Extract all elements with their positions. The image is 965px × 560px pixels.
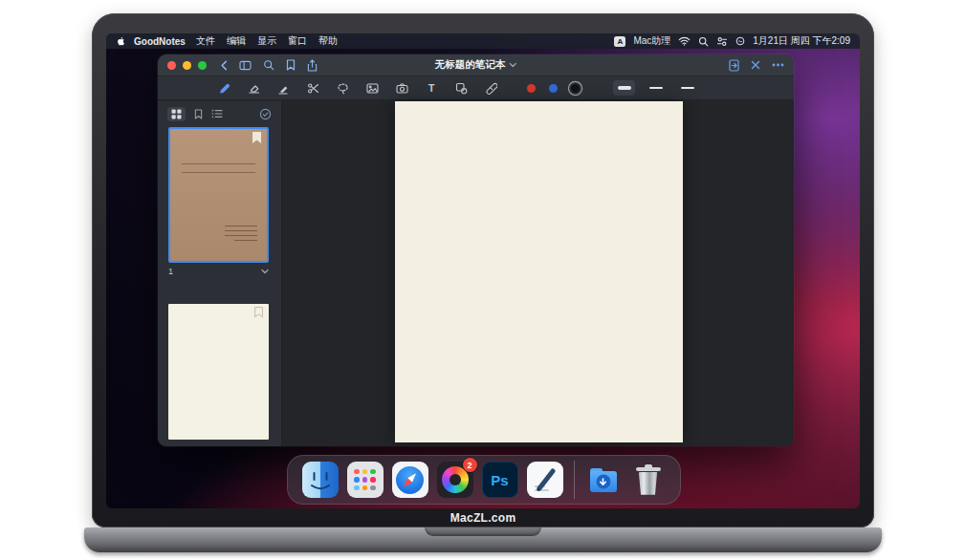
share-icon[interactable] [307, 59, 318, 72]
tools-toolbar: T [158, 76, 794, 100]
page-number: 1 [168, 267, 173, 276]
new-page-icon[interactable] [729, 59, 739, 72]
dock-divider [574, 461, 575, 499]
menu-file[interactable]: 文件 [190, 34, 221, 48]
goodnotes-window: 无标题的笔记本 [158, 54, 794, 446]
finder-dock-icon[interactable] [302, 462, 339, 498]
traffic-lights [167, 61, 207, 70]
back-icon[interactable] [220, 60, 228, 71]
bookmarks-view-icon[interactable] [194, 109, 203, 119]
pages-sidebar: 1 [158, 101, 282, 446]
download-arrow-icon [596, 475, 610, 489]
page-thumbnail-2[interactable] [168, 304, 269, 440]
color-blue-swatch[interactable] [549, 84, 558, 93]
stroke-thin-option[interactable] [676, 80, 698, 96]
page-thumbnail-1[interactable] [168, 127, 269, 263]
goodnotes-dock-icon[interactable] [527, 462, 563, 498]
lasso-tool[interactable] [336, 82, 349, 95]
notification-badge: 2 [463, 458, 477, 472]
menu-edit[interactable]: 编辑 [221, 34, 252, 48]
bookmark-icon[interactable] [286, 59, 296, 71]
compass-icon [396, 466, 424, 494]
search-icon[interactable] [263, 59, 274, 71]
pen-color-swatches [527, 84, 580, 93]
camera-tool[interactable] [395, 82, 408, 95]
photoshop-dock-icon[interactable]: Ps [482, 462, 518, 498]
screen-wallpaper: GoodNotes 文件 编辑 显示 窗口 帮助 A Mac助理 [106, 33, 860, 508]
close-window-button[interactable] [167, 61, 176, 70]
canvas-area [282, 101, 794, 446]
laptop-hinge-notch [425, 528, 541, 536]
stroke-medium-option[interactable] [645, 80, 667, 96]
stroke-thick-option[interactable] [613, 80, 635, 96]
siri-icon[interactable] [735, 36, 745, 46]
highlighter-tool[interactable] [276, 82, 290, 95]
more-icon[interactable] [772, 63, 784, 67]
apple-logo[interactable] [116, 35, 126, 47]
menu-bar: GoodNotes 文件 编辑 显示 窗口 帮助 A Mac助理 [106, 33, 860, 49]
menu-help[interactable]: 帮助 [313, 34, 343, 48]
bookmark-outline-icon [254, 307, 263, 318]
text-tool[interactable]: T [425, 83, 438, 94]
notebook-page[interactable] [395, 101, 683, 442]
menu-view[interactable]: 显示 [252, 34, 282, 48]
eraser-tool[interactable] [247, 82, 260, 95]
shapes-tool[interactable] [454, 82, 468, 95]
menu-bar-clock[interactable]: 1月21日 周四 下午2:09 [753, 34, 850, 48]
wifi-icon[interactable] [678, 36, 691, 46]
photos-dock-icon[interactable]: 2 [437, 462, 473, 498]
downloads-folder-dock-icon[interactable] [585, 462, 622, 498]
view-options-icon[interactable] [239, 60, 252, 71]
minimize-window-button[interactable] [183, 61, 191, 70]
stroke-width-options [613, 80, 698, 96]
tape-tool[interactable] [484, 82, 497, 95]
window-titlebar: 无标题的笔记本 [158, 54, 794, 76]
pen-tool[interactable] [217, 82, 230, 95]
close-icon[interactable] [751, 60, 760, 70]
select-check-icon[interactable] [259, 108, 272, 120]
input-source-badge[interactable]: A [614, 36, 625, 47]
mac-assistant-label[interactable]: Mac助理 [633, 34, 670, 48]
search-icon[interactable] [698, 36, 709, 47]
zoom-window-button[interactable] [198, 61, 207, 70]
laptop-base [84, 528, 882, 552]
color-black-swatch[interactable] [571, 84, 580, 93]
menu-window[interactable]: 窗口 [282, 34, 313, 48]
dock: 2 Ps [287, 455, 681, 505]
grid-view-icon[interactable] [167, 107, 186, 121]
maczl-watermark: MacZL.com [92, 511, 874, 525]
trash-dock-icon[interactable] [630, 462, 667, 498]
image-tool[interactable] [365, 82, 379, 95]
outline-view-icon[interactable] [211, 109, 223, 118]
color-red-swatch[interactable] [527, 84, 536, 93]
scissors-tool[interactable] [306, 82, 319, 95]
laptop-frame: GoodNotes 文件 编辑 显示 窗口 帮助 A Mac助理 [92, 13, 874, 528]
active-app-menu[interactable]: GoodNotes [134, 36, 186, 47]
notebook-title[interactable]: 无标题的笔记本 [435, 54, 517, 75]
control-center-icon[interactable] [716, 36, 728, 47]
safari-dock-icon[interactable] [392, 462, 428, 498]
page-options-chevron-icon[interactable] [261, 269, 269, 274]
pinwheel-icon [442, 466, 469, 493]
bookmark-ribbon-icon [252, 132, 261, 143]
launchpad-dock-icon[interactable] [347, 462, 384, 498]
chevron-down-icon [509, 62, 516, 68]
